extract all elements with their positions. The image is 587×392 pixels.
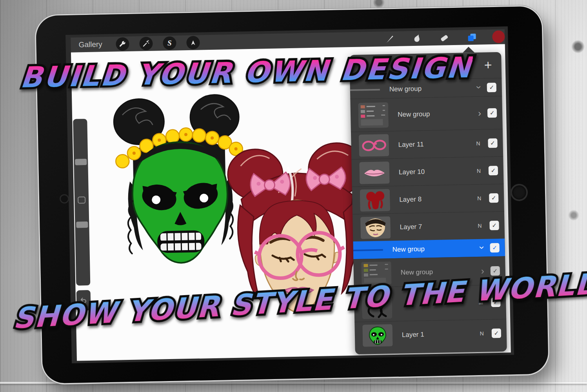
- visibility-checkbox[interactable]: ✓: [489, 165, 498, 175]
- blend-mode[interactable]: N: [478, 222, 482, 229]
- chevron-right-icon[interactable]: ›: [478, 108, 481, 118]
- blend-mode[interactable]: N: [476, 140, 480, 146]
- add-layer-button[interactable]: +: [484, 58, 492, 72]
- layer-row-group-selected[interactable]: New group › ✓: [353, 239, 505, 259]
- visibility-checkbox[interactable]: ✓: [490, 243, 499, 252]
- layer-label: Layer 10: [399, 168, 425, 176]
- layers-icon[interactable]: [465, 31, 479, 44]
- visibility-checkbox[interactable]: ✓: [487, 108, 497, 117]
- group-line: [353, 249, 383, 251]
- modify-button[interactable]: [78, 196, 85, 203]
- actions-wrench-icon[interactable]: [116, 37, 129, 51]
- visibility-checkbox[interactable]: ✓: [487, 82, 496, 92]
- layer-label: New group: [398, 110, 430, 119]
- selection-s-icon[interactable]: S: [163, 36, 176, 50]
- visibility-checkbox[interactable]: ✓: [489, 193, 498, 202]
- group-line: [350, 89, 380, 91]
- layer-label: Layer 11: [398, 140, 423, 149]
- layer-row[interactable]: Layer 1 N ✓: [354, 319, 507, 349]
- layer-label: Layer 7: [400, 223, 422, 231]
- gallery-button[interactable]: Gallery: [78, 37, 102, 52]
- visibility-checkbox[interactable]: ✓: [492, 328, 501, 338]
- blend-mode[interactable]: N: [480, 330, 484, 336]
- red-bow-thumbnail: [360, 189, 390, 211]
- home-button: [511, 183, 528, 201]
- blend-mode[interactable]: N: [477, 195, 481, 201]
- chevron-down-icon[interactable]: ›: [478, 246, 487, 249]
- layer-row[interactable]: Layer 10 N ✓: [351, 156, 503, 187]
- color-swatch[interactable]: [492, 31, 505, 44]
- front-camera: [60, 194, 69, 203]
- pink-glasses-thumbnail: [359, 134, 389, 156]
- green-skull-thumbnail: [362, 324, 393, 347]
- layer-label: New group: [389, 85, 422, 93]
- face-thumbnail: [360, 216, 391, 239]
- chevron-down-icon[interactable]: ›: [474, 85, 484, 89]
- layer-row-group[interactable]: New group › ✓: [350, 96, 503, 132]
- layer-label: New group: [393, 245, 425, 254]
- layer-label: Layer 8: [399, 195, 422, 203]
- smudge-icon[interactable]: [410, 31, 424, 45]
- visibility-checkbox[interactable]: ✓: [488, 138, 497, 147]
- visibility-checkbox[interactable]: ✓: [489, 220, 499, 230]
- layer-row[interactable]: Layer 8 N ✓: [352, 184, 504, 214]
- adjustments-wand-icon[interactable]: [139, 37, 153, 51]
- pink-lips-thumbnail: [359, 162, 389, 184]
- photo-composition: Gallery S: [0, 0, 587, 392]
- eraser-icon[interactable]: [437, 31, 452, 45]
- layer-row[interactable]: Layer 7 N ✓: [353, 211, 505, 241]
- transform-arrow-icon[interactable]: [186, 36, 200, 49]
- layer-row[interactable]: Layer 11 N ✓: [351, 129, 503, 159]
- brush-opacity-slider[interactable]: [76, 221, 88, 228]
- layer-label: Layer 1: [402, 330, 424, 339]
- blend-mode[interactable]: N: [477, 167, 481, 174]
- brush-size-slider[interactable]: [75, 159, 87, 165]
- brush-icon[interactable]: [382, 32, 397, 46]
- layer-label: New group: [401, 268, 433, 277]
- mini-layer-list-thumbnail: [358, 102, 389, 128]
